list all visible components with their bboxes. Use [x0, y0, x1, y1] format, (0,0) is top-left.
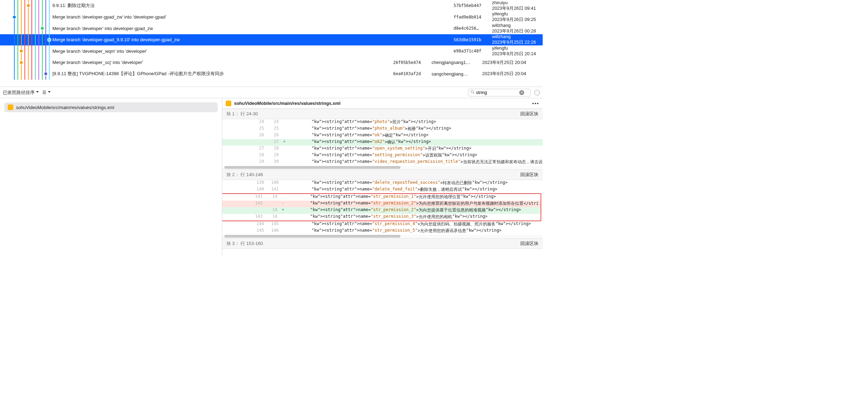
diff-line: 2728 "kw"><string "attr">name="open_syst… [222, 146, 543, 152]
svg-point-35 [41, 27, 44, 30]
commit-row[interactable]: Merge branch 'developer_wqm' into 'devel… [0, 45, 543, 57]
hunk-header: 块 2： 行 140-146回滚区块 [222, 170, 543, 180]
commit-author: willzhang 2023年9月25日 22:26 [492, 34, 543, 45]
diff-file-path: sohuVideoMobile/src/main/res/values/stri… [234, 101, 341, 106]
file-actions-menu-icon[interactable]: ••• [532, 101, 539, 106]
changed-file-item[interactable]: sohuVideoMobile/src/main/res/values/stri… [4, 102, 218, 112]
diff-line: 2829 "kw"><string "attr">name="setting_p… [222, 152, 543, 159]
commit-author: chengjiangsang1… [432, 60, 482, 65]
diff-line: 2930 "kw"><string "attr">name="video_req… [222, 159, 543, 166]
commit-hash: 26f05b5e474 [393, 60, 432, 65]
search-icon [470, 90, 475, 95]
search-field[interactable]: ✕ [468, 89, 531, 96]
commit-row[interactable]: Merge branch 'developer' into developer-… [0, 23, 543, 34]
commit-list: 9.9.11: 删除过期方法57bf56eb447zhiruiyu 2023年9… [0, 0, 543, 87]
diff-line: 142- "kw"><string "attr">name="str_permi… [222, 201, 541, 207]
diff-line: 14114 "kw"><string "attr">name="str_perm… [222, 194, 541, 201]
commit-date: 2023年9月26日 09:41 [492, 5, 543, 12]
diff-body: 块 1： 行 24-30回滚区块2424 "kw"><string "attr"… [222, 109, 543, 257]
commit-hash: d8e4c6256… [454, 26, 492, 31]
view-mode-dropdown[interactable]: ☰ [42, 90, 51, 95]
commit-graph [0, 12, 52, 23]
commit-date: 2023年9月25日 20:04 [482, 59, 543, 66]
commit-message: [9.9.11 整改] TVGPHONE-14398【评论】GPhone/GPa… [52, 71, 393, 77]
commit-hash: 57bf56eb447 [454, 3, 492, 8]
commit-graph [0, 68, 52, 80]
search-input[interactable] [476, 90, 518, 95]
file-modified-icon [8, 104, 13, 110]
svg-point-11 [27, 4, 30, 7]
commit-author: sangchengjiang… [432, 71, 482, 77]
hunk-header: 块 3： 行 153-160回滚区块 [222, 238, 543, 249]
commit-date: 2023年9月26日 09:25 [492, 16, 543, 23]
svg-point-47 [48, 38, 51, 42]
chevron-down-icon [48, 90, 51, 95]
rollback-hunk-button[interactable]: 回滚区块 [520, 240, 538, 247]
commit-graph [0, 0, 52, 12]
horizontal-scrollbar[interactable] [222, 235, 543, 238]
commit-hash: ffad9e8b014 [454, 15, 492, 20]
commit-date: 2023年9月26日 00:28 [492, 28, 543, 34]
svg-point-23 [13, 15, 16, 19]
hunk-title: 块 1： 行 24-30 [226, 111, 258, 117]
rollback-hunk-button[interactable]: 回滚区块 [520, 172, 538, 178]
file-modified-icon [226, 101, 231, 106]
svg-line-85 [473, 93, 474, 94]
diff-line: 139140 "kw"><string "attr">name="delete_… [222, 180, 543, 187]
svg-point-83 [44, 72, 48, 75]
diff-line: 27+ "kw"><string "attr">name="ok2">确认"kw… [222, 139, 543, 146]
svg-point-84 [471, 91, 474, 93]
diff-toolbar: 已依照路径排序 ☰ ✕ ⋯ [0, 87, 543, 98]
commit-date: 2023年9月25日 22:26 [492, 39, 543, 45]
list-icon: ☰ [42, 90, 46, 95]
svg-point-71 [20, 61, 23, 64]
commit-graph [0, 34, 52, 46]
diff-file-header: sohuVideoMobile/src/main/res/values/stri… [222, 98, 543, 109]
svg-point-59 [20, 49, 23, 53]
commit-row[interactable]: Merge branch 'developer-gpad_zw' into 'd… [0, 12, 543, 23]
commit-graph [0, 23, 52, 34]
commit-message: Merge branch 'developer_wqm' into 'devel… [52, 49, 454, 54]
diff-line: 14314 "kw"><string "attr">name="str_perm… [222, 214, 541, 221]
diff-line: 2525 "kw"><string "attr">name="photo_alb… [222, 126, 543, 132]
diff-line: 2424 "kw"><string "attr">name="photo">照片… [222, 119, 543, 126]
sort-label: 已依照路径排序 [3, 89, 35, 96]
commit-graph [0, 45, 52, 57]
diff-line: 144145 "kw"><string "attr">name="str_per… [222, 221, 543, 228]
hunk-title: 块 2： 行 140-146 [226, 172, 263, 178]
commit-author: yifengfu 2023年9月25日 20:14 [492, 45, 543, 57]
clear-search-icon[interactable]: ✕ [519, 90, 524, 95]
commit-date: 2023年9月25日 20:04 [482, 71, 543, 77]
diff-pane: sohuVideoMobile/src/main/res/values/stri… [222, 98, 543, 257]
sort-dropdown[interactable]: 已依照路径排序 [3, 89, 39, 96]
commit-message: Merge branch 'developer_scj' into 'devel… [52, 60, 393, 65]
horizontal-scrollbar[interactable] [222, 166, 543, 170]
chevron-down-icon [36, 90, 39, 95]
commit-message: Merge branch 'developer' into developer-… [52, 26, 454, 31]
commit-author: yifengfu 2023年9月26日 09:25 [492, 11, 543, 23]
diff-line: 2626 "kw"><string "attr">name="ok">确定"kw… [222, 132, 543, 139]
commit-graph [0, 57, 52, 68]
diff-line: 145146 "kw"><string "attr">name="str_per… [222, 228, 543, 235]
commit-date: 2023年9月25日 20:14 [492, 51, 543, 57]
commit-message: Merge branch 'developer-gpad_zw' into 'd… [52, 14, 454, 20]
commit-author: zhiruiyu 2023年9月26日 09:41 [492, 0, 543, 12]
diff-line: 14+ "kw"><string "attr">name="str_permis… [222, 207, 541, 214]
hunk-title: 块 3： 行 153-160 [226, 240, 263, 247]
changed-files-pane: sohuVideoMobile/src/main/res/values/stri… [0, 98, 222, 257]
commit-hash: e98a371c48f [454, 49, 492, 53]
commit-row[interactable]: 9.9.11: 删除过期方法57bf56eb447zhiruiyu 2023年9… [0, 0, 543, 12]
file-path: sohuVideoMobile/src/main/res/values/stri… [16, 105, 114, 110]
commit-message: 9.9.11: 删除过期方法 [52, 2, 454, 9]
commit-hash: 563d6e1591b [454, 37, 492, 42]
commit-row[interactable]: [9.9.11 整改] TVGPHONE-14398【评论】GPhone/GPa… [0, 68, 543, 80]
hunk-header: 块 1： 行 24-30回滚区块 [222, 109, 543, 119]
diff-line: 140141 "kw"><string "attr">name="delete_… [222, 187, 543, 193]
commit-hash: 6ea0103af2d [393, 71, 432, 76]
commit-author: willzhang 2023年9月26日 00:28 [492, 23, 543, 34]
commit-message: Merge branch 'developer-gpad_9.9.10' int… [52, 37, 454, 42]
settings-menu-icon[interactable]: ⋯ [534, 90, 540, 95]
rollback-hunk-button[interactable]: 回滚区块 [520, 111, 538, 117]
commit-row[interactable]: Merge branch 'developer_scj' into 'devel… [0, 57, 543, 68]
commit-row[interactable]: Merge branch 'developer-gpad_9.9.10' int… [0, 34, 543, 46]
